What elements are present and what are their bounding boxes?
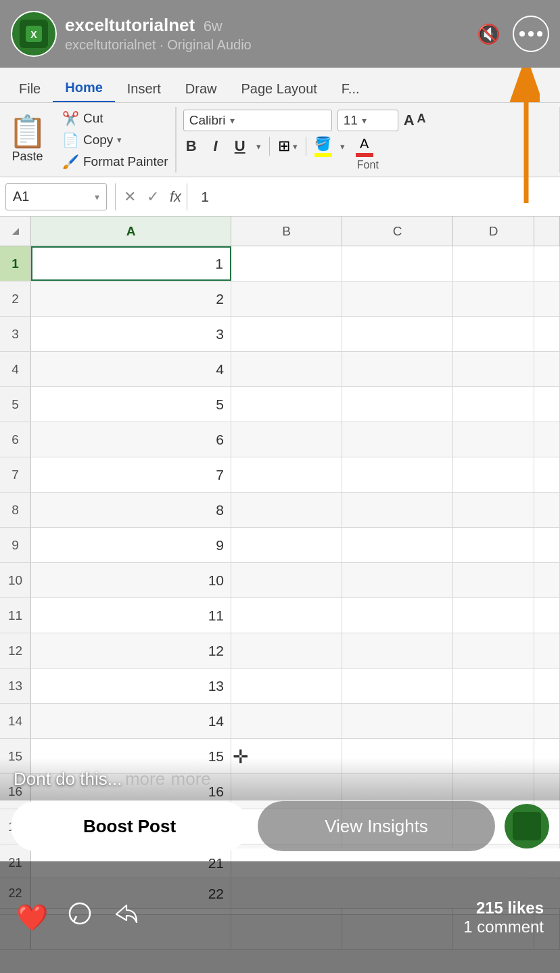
cell-c2[interactable] — [342, 281, 453, 316]
mute-icon[interactable]: 🔇 — [477, 23, 500, 45]
col-header-b[interactable]: B — [231, 217, 342, 246]
tab-formulas[interactable]: F... — [329, 76, 372, 102]
bold-button[interactable]: B — [183, 137, 200, 155]
col-header-c[interactable]: C — [342, 217, 453, 246]
cell-rest2 — [534, 281, 560, 316]
cell-a10[interactable]: 10 — [31, 563, 231, 597]
cell-c11[interactable] — [342, 598, 453, 633]
cell-a3[interactable]: 3 — [31, 317, 231, 351]
tab-page-layout[interactable]: Page Layout — [229, 76, 329, 102]
cell-c10[interactable] — [342, 563, 453, 597]
cell-d11[interactable] — [453, 598, 534, 633]
font-name-selector[interactable]: Calibri ▾ — [183, 110, 332, 131]
cell-d7[interactable] — [453, 457, 534, 492]
cell-d1[interactable] — [453, 246, 534, 281]
cell-a11[interactable]: 11 — [31, 598, 231, 633]
cell-a9[interactable]: 9 — [31, 528, 231, 562]
profile-mini-avatar[interactable] — [505, 804, 549, 848]
cell-d6[interactable] — [453, 422, 534, 457]
cell-b3[interactable] — [231, 317, 342, 351]
cell-c9[interactable] — [342, 528, 453, 562]
caption-more-button[interactable]: more — [171, 769, 211, 789]
cell-a5[interactable]: 5 — [31, 387, 231, 422]
cell-c7[interactable] — [342, 457, 453, 492]
cell-d12[interactable] — [453, 633, 534, 668]
tab-file[interactable]: File — [7, 76, 53, 102]
cell-d10[interactable] — [453, 563, 534, 597]
cell-c5[interactable] — [342, 387, 453, 422]
font-size-selector[interactable]: 11 ▾ — [337, 110, 398, 131]
cell-a1[interactable]: 1 — [31, 246, 231, 281]
cell-b4[interactable] — [231, 352, 342, 386]
decrease-font-size-button[interactable]: A — [417, 112, 426, 129]
fill-color-button[interactable]: 🪣 — [314, 135, 332, 157]
col-header-d[interactable]: D — [453, 217, 534, 246]
cell-d5[interactable] — [453, 387, 534, 422]
view-insights-button[interactable]: View Insights — [258, 801, 495, 851]
cell-b13[interactable] — [231, 669, 342, 703]
cell-a6[interactable]: 6 — [31, 422, 231, 457]
cell-b2[interactable] — [231, 281, 342, 316]
cell-b6[interactable] — [231, 422, 342, 457]
boost-post-button[interactable]: Boost Post — [11, 801, 248, 851]
copy-button[interactable]: 📄 Copy ▾ — [62, 131, 168, 150]
comment-button[interactable] — [67, 901, 93, 933]
cell-c6[interactable] — [342, 422, 453, 457]
paste-button[interactable]: 📋 Paste — [0, 107, 55, 173]
caption-more-label[interactable]: more — [125, 769, 165, 789]
cell-b8[interactable] — [231, 493, 342, 527]
more-options-button[interactable] — [513, 16, 549, 52]
cell-b7[interactable] — [231, 457, 342, 492]
cell-a13[interactable]: 13 — [31, 669, 231, 703]
cell-a4[interactable]: 4 — [31, 352, 231, 386]
cell-d14[interactable] — [453, 704, 534, 738]
cell-c14[interactable] — [342, 704, 453, 738]
cell-a12[interactable]: 12 — [31, 633, 231, 668]
tab-home[interactable]: Home — [53, 74, 115, 102]
font-color-button[interactable]: A — [356, 136, 373, 157]
cell-c8[interactable] — [342, 493, 453, 527]
tab-draw[interactable]: Draw — [173, 76, 229, 102]
cell-b9[interactable] — [231, 528, 342, 562]
insert-function-icon[interactable]: fx — [170, 188, 181, 206]
italic-button[interactable]: I — [208, 137, 224, 155]
cell-a2[interactable]: 2 — [31, 281, 231, 316]
cell-b11[interactable] — [231, 598, 342, 633]
cell-b14[interactable] — [231, 704, 342, 738]
name-box[interactable]: A1 ▾ — [5, 183, 107, 210]
cell-c4[interactable] — [342, 352, 453, 386]
cell-c1[interactable] — [342, 246, 453, 281]
cell-b5[interactable] — [231, 387, 342, 422]
cell-b12[interactable] — [231, 633, 342, 668]
cell-d2[interactable] — [453, 281, 534, 316]
cell-a8[interactable]: 8 — [31, 493, 231, 527]
cell-c13[interactable] — [342, 669, 453, 703]
cell-b1[interactable] — [231, 246, 342, 281]
cell-d9[interactable] — [453, 528, 534, 562]
cell-c12[interactable] — [342, 633, 453, 668]
underline-button[interactable]: U — [232, 137, 248, 155]
like-button[interactable]: ❤️ — [16, 903, 48, 932]
borders-button[interactable]: ⊞ ▾ — [278, 137, 298, 155]
svg-point-4 — [70, 903, 90, 924]
cell-a14[interactable]: 14 — [31, 704, 231, 738]
cell-c3[interactable] — [342, 317, 453, 351]
select-all-button[interactable] — [0, 217, 31, 246]
cell-a7[interactable]: 7 — [31, 457, 231, 492]
cell-d3[interactable] — [453, 317, 534, 351]
cell-d8[interactable] — [453, 493, 534, 527]
increase-font-size-button[interactable]: A — [404, 112, 415, 129]
cell-b10[interactable] — [231, 563, 342, 597]
cancel-formula-icon[interactable]: ✕ — [124, 188, 136, 206]
formula-content[interactable]: 1 — [193, 189, 555, 205]
tab-insert[interactable]: Insert — [115, 76, 173, 102]
share-button[interactable] — [114, 902, 139, 932]
avatar[interactable]: X — [11, 11, 57, 57]
cut-button[interactable]: ✂️ Cut — [62, 109, 168, 128]
cell-d4[interactable] — [453, 352, 534, 386]
format-painter-button[interactable]: 🖌️ Format Painter — [62, 152, 168, 171]
confirm-formula-icon[interactable]: ✓ — [147, 188, 159, 206]
cell-d13[interactable] — [453, 669, 534, 703]
col-header-a[interactable]: A — [31, 217, 231, 246]
header-username[interactable]: exceltutorialnet — [65, 15, 195, 35]
